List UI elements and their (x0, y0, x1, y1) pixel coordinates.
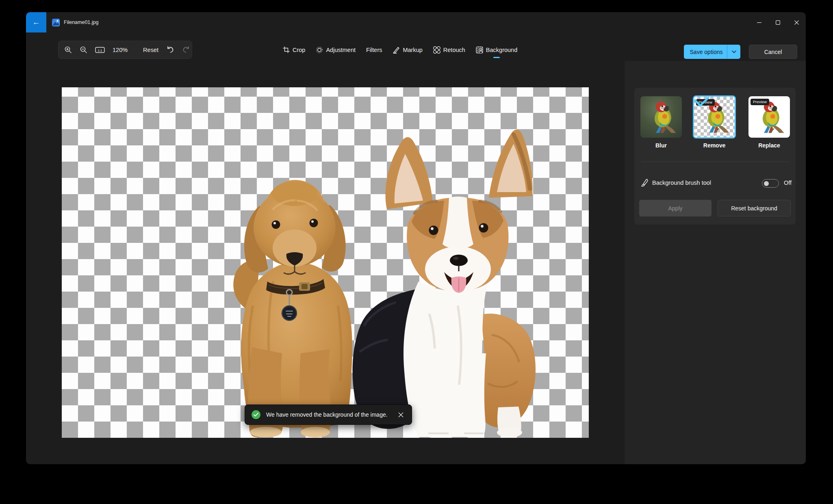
tab-adjustment[interactable]: Adjustment (315, 41, 356, 59)
reset-background-button[interactable]: Reset background (718, 200, 791, 216)
background-option-remove[interactable]: Preview (693, 95, 736, 138)
option-label-remove: Remove (694, 142, 735, 149)
photos-app-icon (52, 19, 60, 26)
background-option-replace[interactable]: Preview (748, 96, 790, 138)
tab-crop[interactable]: Crop (282, 41, 306, 59)
brush-toggle-state: Off (784, 180, 792, 186)
zoom-in-icon (64, 46, 72, 54)
image-canvas: We have removed the background of the im… (62, 87, 589, 438)
background-option-blur[interactable] (640, 96, 682, 138)
edit-tabs: Crop Adjustment Filters Markup Retouch (282, 41, 518, 59)
top-actions: Save options Cancel (684, 45, 797, 59)
cancel-button[interactable]: Cancel (749, 45, 797, 59)
save-options-dropdown[interactable] (727, 45, 740, 59)
reset-zoom-button[interactable]: Reset (143, 47, 158, 53)
goldendoodle-puppy (233, 180, 352, 437)
titlebar: ← Filename01.jpg (26, 12, 806, 32)
tab-filters[interactable]: Filters (365, 41, 383, 59)
chevron-down-icon (732, 50, 736, 53)
svg-text:1:1: 1:1 (98, 48, 102, 52)
apply-button[interactable]: Apply (639, 200, 712, 216)
minimize-button[interactable] (750, 12, 768, 32)
preview-badge: Preview (751, 99, 769, 105)
toast-close-button[interactable] (397, 411, 405, 418)
actual-size-button[interactable]: 1:1 (95, 46, 105, 54)
close-button[interactable] (787, 12, 806, 32)
card-divider (641, 162, 789, 162)
toggle-knob (764, 181, 769, 186)
undo-icon (166, 46, 174, 54)
maximize-button[interactable] (768, 12, 787, 32)
photos-app-window: ← Filename01.jpg (26, 12, 806, 464)
zoom-level-value: 120% (113, 47, 128, 53)
redo-icon (182, 46, 190, 54)
window-controls (750, 12, 806, 32)
crop-icon (283, 46, 290, 53)
retouch-bandage-icon (433, 46, 440, 54)
minimize-icon (757, 20, 761, 25)
adjustment-sun-icon (316, 46, 323, 54)
brush-icon (641, 179, 649, 187)
zoom-out-icon (80, 46, 87, 54)
actual-size-icon: 1:1 (95, 46, 105, 54)
option-label-replace: Replace (748, 142, 790, 149)
background-options-card: Preview Preview Blur Remove Replace Back… (634, 88, 796, 225)
tab-markup[interactable]: Markup (392, 41, 423, 59)
document-title: Filename01.jpg (64, 12, 98, 32)
zoom-in-button[interactable] (64, 46, 72, 54)
brush-tool-row: Background brush tool Off (634, 173, 796, 193)
markup-pen-icon (393, 46, 400, 54)
brush-tool-label: Background brush tool (652, 180, 711, 186)
redo-button[interactable] (182, 46, 190, 54)
selected-check-icon (694, 97, 709, 107)
zoom-out-button[interactable] (80, 46, 87, 54)
close-icon (794, 20, 799, 25)
toast-message: We have removed the background of the im… (266, 411, 391, 418)
success-check-icon (252, 410, 260, 419)
desktop-background: ← Filename01.jpg (0, 0, 833, 504)
undo-button[interactable] (166, 46, 174, 54)
option-label-blur: Blur (640, 142, 682, 149)
back-button[interactable]: ← (26, 12, 46, 32)
panel-buttons: Apply Reset background (639, 200, 791, 216)
tab-background[interactable]: Background (475, 41, 518, 59)
toast-notification: We have removed the background of the im… (245, 404, 412, 425)
active-tab-indicator (493, 57, 500, 58)
tab-retouch[interactable]: Retouch (432, 41, 466, 59)
edited-photo-two-puppies (62, 87, 589, 438)
close-icon (398, 412, 403, 417)
background-icon (476, 46, 483, 54)
zoom-toolbar: 1:1 120% Reset (58, 41, 192, 59)
maximize-icon (776, 20, 780, 25)
save-options-button[interactable]: Save options (684, 45, 740, 59)
corgi-puppy (353, 130, 536, 438)
back-arrow-icon: ← (33, 18, 40, 27)
brush-toggle[interactable] (762, 179, 779, 188)
